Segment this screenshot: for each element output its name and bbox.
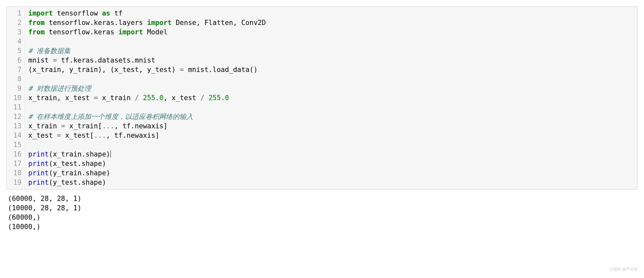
code-token: = [53, 56, 57, 64]
code-token: Model [143, 28, 167, 36]
line-number: 5 [13, 46, 21, 56]
code-token: tensorflow.keras [45, 28, 119, 36]
code-token: ... [94, 132, 106, 139]
output-area: (60000, 28, 28, 1)(10000, 28, 28, 1)(600… [6, 193, 638, 233]
line-number: 11 [13, 103, 21, 112]
code-token: from [28, 19, 45, 27]
code-token: (y_train.shape) [49, 169, 110, 177]
text-cursor [110, 150, 111, 157]
line-number: 10 [13, 93, 21, 103]
code-token: = [57, 132, 61, 139]
line-number: 18 [13, 168, 21, 178]
output-line: (10000,) [8, 222, 636, 232]
line-number: 1 [13, 9, 21, 18]
output-line: (10000, 28, 28, 1) [8, 203, 636, 213]
code-token: (x_train.shape) [49, 150, 110, 158]
line-number: 13 [13, 122, 21, 131]
code-token: mnist.load_data() [184, 66, 258, 74]
line-number: 8 [13, 75, 21, 84]
code-token: x_train, x_test [28, 94, 94, 102]
code-token: x_train [98, 94, 135, 102]
line-number: 6 [13, 56, 21, 65]
code-line[interactable]: print(y_test.shape) [28, 178, 634, 187]
code-token: / [200, 94, 204, 102]
code-line[interactable]: # 准备数据集 [28, 46, 634, 56]
code-token: = [61, 122, 65, 130]
code-line[interactable]: x_train = x_train[..., tf.newaxis] [28, 122, 634, 131]
code-token: mnist [28, 56, 53, 64]
code-token: , tf.newaxis] [106, 132, 159, 139]
code-token: import [28, 9, 53, 17]
code-line[interactable] [28, 103, 634, 112]
code-line[interactable] [28, 37, 634, 46]
code-token: print [28, 179, 49, 186]
code-token: ... [102, 122, 114, 130]
code-line[interactable]: # 对数据进行预处理 [28, 84, 634, 93]
code-token: (x_test.shape) [49, 160, 106, 168]
code-token: , x_test [164, 94, 201, 102]
code-token: import [147, 19, 172, 27]
code-token: 255.0 [143, 94, 163, 102]
output-line: (60000, 28, 28, 1) [8, 194, 636, 203]
code-token: , tf.newaxis] [114, 122, 167, 130]
code-token: from [28, 28, 45, 36]
line-number: 3 [13, 28, 21, 37]
line-number: 12 [13, 112, 21, 122]
output-line: (60000,) [8, 213, 636, 222]
code-token: (y_test.shape) [49, 179, 106, 186]
code-token: # 在样本维度上添加一个维度，以适应卷积网络的输入 [28, 113, 193, 121]
code-line[interactable]: # 在样本维度上添加一个维度，以适应卷积网络的输入 [28, 112, 634, 122]
code-token: tf.keras.datasets.mnist [57, 56, 155, 64]
code-token: as [102, 9, 110, 17]
code-line[interactable] [28, 75, 634, 84]
code-token: Dense, Flatten, Conv2D [172, 19, 266, 27]
code-token: = [94, 94, 98, 102]
code-token [204, 94, 209, 102]
code-token: print [28, 150, 49, 158]
code-token: = [180, 66, 184, 74]
code-line[interactable]: print(x_test.shape) [28, 159, 634, 168]
code-token: x_train[ [65, 122, 102, 130]
line-number: 9 [13, 84, 21, 93]
code-line[interactable]: print(x_train.shape) [28, 150, 634, 159]
code-token: # 对数据进行预处理 [28, 85, 91, 92]
code-area[interactable]: import tensorflow as tffrom tensorflow.k… [25, 7, 637, 189]
code-token: x_test [28, 132, 57, 139]
line-number: 15 [13, 140, 21, 150]
code-line[interactable]: import tensorflow as tf [28, 9, 634, 18]
code-token: / [135, 94, 139, 102]
code-line[interactable]: x_test = x_test[..., tf.newaxis] [28, 131, 634, 140]
code-token: (x_train, y_train), (x_test, y_test) [28, 66, 180, 74]
code-token: 255.0 [209, 94, 229, 102]
code-line[interactable]: print(y_train.shape) [28, 168, 634, 178]
code-token: print [28, 160, 49, 168]
code-token: tensorflow [53, 9, 102, 17]
code-line[interactable]: x_train, x_test = x_train / 255.0, x_tes… [28, 93, 634, 103]
code-token [139, 94, 143, 102]
code-token: import [118, 28, 143, 36]
code-line[interactable]: (x_train, y_train), (x_test, y_test) = m… [28, 65, 634, 75]
code-cell: 12345678910111213141516171819 import ten… [6, 6, 638, 190]
line-number: 17 [13, 159, 21, 168]
code-token: x_test[ [61, 132, 94, 139]
code-token: tf [110, 9, 122, 17]
code-token: print [28, 169, 49, 177]
code-line[interactable] [28, 140, 634, 150]
code-token: # 准备数据集 [28, 47, 70, 55]
code-line[interactable]: from tensorflow.keras.layers import Dens… [28, 18, 634, 28]
code-line[interactable]: from tensorflow.keras import Model [28, 28, 634, 37]
line-number: 16 [13, 150, 21, 159]
line-number: 2 [13, 18, 21, 28]
code-line[interactable]: mnist = tf.keras.datasets.mnist [28, 56, 634, 65]
line-number: 4 [13, 37, 21, 46]
line-number: 19 [13, 178, 21, 187]
line-number-gutter: 12345678910111213141516171819 [7, 7, 25, 189]
code-token: tensorflow.keras.layers [45, 19, 147, 27]
line-number: 14 [13, 131, 21, 140]
line-number: 7 [13, 65, 21, 75]
code-token: x_train [28, 122, 61, 130]
